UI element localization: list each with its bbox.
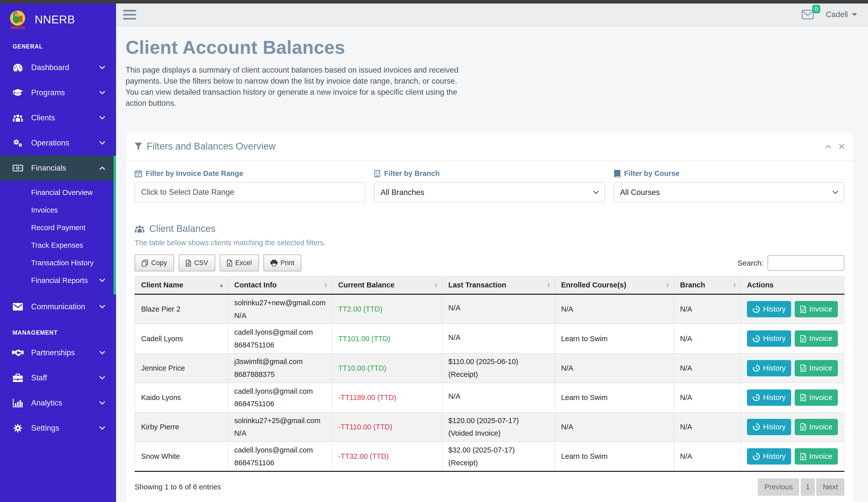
file-text-icon bbox=[800, 453, 806, 460]
contact-cell: cadell.lyons@gmail.com8684751106 bbox=[228, 324, 332, 353]
client-balances-title-text: Client Balances bbox=[149, 223, 216, 234]
previous-page-button[interactable]: Previous bbox=[758, 478, 799, 496]
column-header-last-transaction[interactable]: Last Transaction▲▼ bbox=[442, 276, 555, 294]
history-icon bbox=[753, 306, 760, 313]
client-name-cell: Blaze Pier 2 bbox=[135, 294, 228, 324]
chevron-down-icon bbox=[100, 427, 105, 430]
sidebar-item-label: Partnerships bbox=[31, 348, 75, 357]
table-row: Kaido Lyons cadell.lyons@gmail.com868475… bbox=[135, 383, 844, 412]
history-button[interactable]: History bbox=[747, 301, 791, 317]
sidebar-item-settings[interactable]: Settings bbox=[0, 416, 116, 441]
file-text-icon bbox=[800, 394, 806, 401]
invoice-button[interactable]: Invoice bbox=[795, 301, 838, 317]
messages-button[interactable]: 0 bbox=[802, 10, 814, 19]
sidebar-item-analytics[interactable]: Analytics bbox=[0, 390, 116, 416]
date-range-input[interactable] bbox=[135, 182, 365, 202]
hamburger-menu-icon[interactable] bbox=[123, 10, 136, 20]
main: 0 Cadell Client Account Balances This pa… bbox=[116, 3, 868, 502]
search-input[interactable] bbox=[767, 255, 844, 271]
sidebar-item-programs[interactable]: Programs bbox=[0, 80, 116, 105]
close-icon[interactable] bbox=[839, 144, 844, 149]
column-header-current-balance[interactable]: Current Balance▲▼ bbox=[332, 276, 442, 294]
balance-cell: TT10.00 (TTD) bbox=[332, 353, 442, 383]
history-button[interactable]: History bbox=[747, 360, 791, 376]
brand[interactable]: NNERB NNERB bbox=[0, 3, 116, 35]
column-header-contact-info[interactable]: Contact Info▲▼ bbox=[228, 276, 332, 294]
submenu-item-record-payment[interactable]: Record Payment bbox=[0, 219, 116, 236]
copy-button[interactable]: Copy bbox=[135, 255, 174, 272]
column-header-branch[interactable]: Branch▲▼ bbox=[674, 276, 741, 294]
filters-balances-card: Filters and Balances Overview bbox=[126, 132, 854, 502]
submenu-item-financial-overview[interactable]: Financial Overview bbox=[0, 184, 116, 201]
sidebar-item-financials[interactable]: Financials bbox=[0, 155, 116, 181]
balance-cell: -TT32.00 (TTD) bbox=[332, 442, 442, 471]
sidebar-item-clients[interactable]: Clients bbox=[0, 105, 116, 130]
sidebar-section-general: GENERAL bbox=[0, 35, 116, 55]
client-name-cell: Snow White bbox=[135, 442, 228, 471]
history-button[interactable]: History bbox=[747, 389, 791, 406]
column-header-client-name[interactable]: Client Name▲ bbox=[135, 276, 228, 294]
actions-cell: HistoryInvoice bbox=[741, 353, 844, 383]
sort-icon: ▲▼ bbox=[323, 282, 328, 288]
export-buttons: Copy CSV Excel bbox=[135, 255, 301, 272]
next-page-button[interactable]: Next bbox=[816, 478, 844, 496]
submenu-item-track-expenses[interactable]: Track Expenses bbox=[0, 236, 116, 254]
history-button[interactable]: History bbox=[747, 419, 791, 435]
invoice-button[interactable]: Invoice bbox=[795, 330, 838, 347]
sidebar-item-label: Settings bbox=[31, 423, 59, 433]
sidebar-item-communication[interactable]: Communication bbox=[0, 294, 116, 319]
print-button-label: Print bbox=[280, 259, 294, 267]
search-label: Search: bbox=[738, 259, 764, 267]
column-header-actions: Actions bbox=[741, 276, 844, 294]
chevron-down-icon bbox=[100, 351, 105, 355]
history-icon bbox=[753, 335, 760, 342]
sidebar-item-dashboard[interactable]: Dashboard bbox=[0, 55, 116, 80]
page-number-button[interactable]: 1 bbox=[801, 478, 815, 496]
book-icon bbox=[613, 170, 621, 177]
sidebar-item-staff[interactable]: Staff bbox=[0, 365, 116, 390]
csv-button[interactable]: CSV bbox=[178, 255, 215, 272]
envelope-icon bbox=[802, 10, 814, 19]
column-header-enrolled-courses[interactable]: Enrolled Course(s)▲▼ bbox=[555, 276, 674, 294]
client-name-cell: Cadell Lyons bbox=[135, 324, 228, 353]
collapse-icon[interactable] bbox=[825, 144, 831, 148]
sidebar-item-partnerships[interactable]: Partnerships bbox=[0, 340, 116, 365]
course-cell: N/A bbox=[555, 294, 674, 324]
branch-select[interactable]: All Branches bbox=[374, 182, 605, 202]
excel-button[interactable]: Excel bbox=[220, 255, 259, 272]
filter-branch-label-text: Filter by Branch bbox=[384, 170, 440, 178]
invoice-button[interactable]: Invoice bbox=[795, 389, 838, 406]
print-button[interactable]: Print bbox=[264, 255, 302, 272]
table-row: Jennice Price j3swimfit@gmail.com8687888… bbox=[135, 353, 844, 383]
card-header: Filters and Balances Overview bbox=[126, 132, 854, 161]
course-select[interactable]: All Courses bbox=[613, 182, 844, 202]
svg-text:NNERB: NNERB bbox=[11, 25, 25, 30]
history-button[interactable]: History bbox=[747, 448, 791, 464]
sidebar-accent-bar bbox=[114, 156, 116, 295]
submenu-item-transaction-history[interactable]: Transaction History bbox=[0, 254, 116, 272]
bar-chart-icon bbox=[12, 398, 24, 408]
user-menu[interactable]: Cadell bbox=[826, 10, 857, 19]
submenu-item-financial-reports[interactable]: Financial Reports bbox=[0, 272, 116, 289]
actions-cell: HistoryInvoice bbox=[741, 412, 844, 442]
chevron-down-icon bbox=[100, 305, 105, 308]
sort-asc-icon: ▲ bbox=[219, 282, 224, 288]
invoice-button[interactable]: Invoice bbox=[795, 448, 838, 464]
table-row: Snow White cadell.lyons@gmail.com8684751… bbox=[135, 442, 844, 471]
table-search: Search: bbox=[738, 255, 844, 271]
submenu-item-invoices[interactable]: Invoices bbox=[0, 201, 116, 219]
invoice-button[interactable]: Invoice bbox=[795, 360, 838, 376]
file-text-icon bbox=[800, 306, 806, 313]
history-icon bbox=[753, 364, 760, 372]
gears-icon bbox=[12, 138, 24, 148]
filters-row: Filter by Invoice Date Range bbox=[135, 170, 844, 202]
sidebar-item-label: Financials bbox=[31, 164, 66, 173]
history-button[interactable]: History bbox=[747, 330, 791, 347]
pagination: Previous 1 Next bbox=[758, 478, 844, 496]
calendar-icon bbox=[135, 170, 142, 177]
sidebar-item-operations[interactable]: Operations bbox=[0, 130, 116, 155]
invoice-button[interactable]: Invoice bbox=[795, 419, 838, 435]
last-transaction-cell: N/A bbox=[442, 294, 555, 324]
filter-date-label: Filter by Invoice Date Range bbox=[135, 170, 365, 178]
table-footer: Showing 1 to 6 of 6 entries Previous 1 N… bbox=[135, 472, 844, 502]
